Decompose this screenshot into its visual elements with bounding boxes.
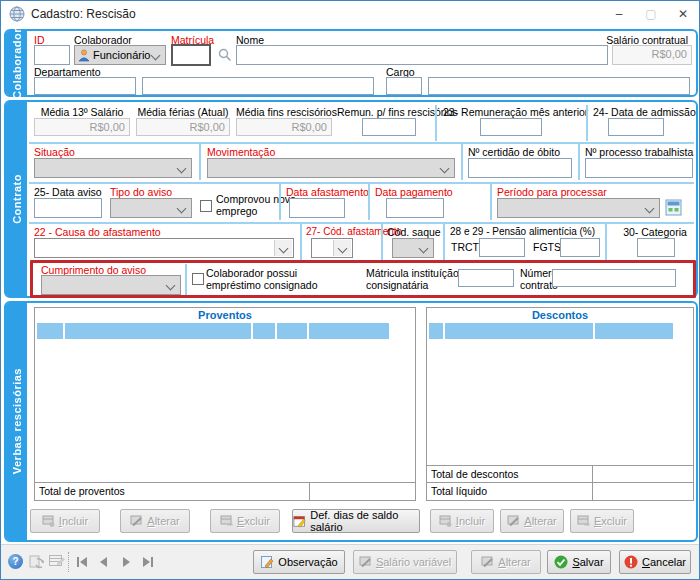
proventos-alterar-label: Alterar [147, 515, 179, 527]
note-pencil-icon [260, 555, 274, 569]
cod-saque-combo[interactable] [392, 238, 434, 258]
data-admissao-input[interactable] [608, 118, 664, 136]
titlebar: Cadastro: Rescisão – ▢ ✕ [1, 1, 699, 27]
data-afastamento-label: Data afastamento [286, 186, 369, 198]
nav-last-button[interactable] [139, 553, 157, 571]
periodo-processar-combo[interactable] [497, 198, 660, 218]
proventos-excluir-button: Excluir [210, 509, 280, 533]
departamento-nome-input[interactable] [142, 77, 374, 95]
observacao-button[interactable]: Observação [253, 550, 345, 574]
descontos-alterar-label: Alterar [524, 515, 556, 527]
matricula-input[interactable] [171, 44, 211, 66]
causa-afastamento-combo[interactable] [34, 238, 294, 258]
observacao-label: Observação [278, 556, 337, 568]
divider [586, 105, 588, 141]
edit-row-icon [481, 556, 494, 568]
cargo-codigo-input[interactable] [386, 77, 422, 95]
separator [68, 552, 69, 572]
data-afastamento-input[interactable] [289, 198, 345, 218]
cadastro-rescisao-window: Cadastro: Rescisão – ▢ ✕ Colaborador ID … [0, 0, 700, 580]
close-button[interactable]: ✕ [667, 1, 699, 27]
help-icon[interactable]: ? [8, 554, 23, 569]
document-refresh-icon[interactable] [28, 553, 45, 570]
form-grid-icon[interactable] [48, 553, 65, 570]
data-pagamento-input[interactable] [386, 198, 444, 218]
def-dias-saldo-button[interactable]: Def. dias de saldo salário [292, 509, 420, 533]
trct-label: TRCT [451, 241, 479, 253]
delete-row-icon [577, 515, 590, 527]
processo-trabalhista-input[interactable] [585, 158, 693, 178]
matricula-instituicao-input[interactable] [458, 269, 514, 287]
proventos-header-row [36, 323, 414, 339]
header-cell [65, 323, 251, 339]
emprestimo-consignado-checkbox[interactable] [192, 273, 204, 285]
fgts-label: FGTS [533, 241, 561, 253]
remuneracao-anterior-input[interactable] [480, 118, 542, 136]
fgts-input[interactable] [560, 238, 600, 257]
media13-value: R$0,00 [34, 118, 130, 136]
divider [368, 184, 370, 220]
tipo-aviso-combo[interactable] [110, 198, 192, 218]
next-record-icon [119, 555, 133, 569]
comprovou-emprego-checkbox[interactable] [200, 200, 212, 212]
nav-next-button[interactable] [117, 553, 135, 571]
proventos-incluir-label: Incluir [59, 515, 88, 527]
chevron-down-icon [338, 244, 348, 254]
minimize-button[interactable]: – [603, 1, 635, 27]
categoria-input[interactable] [637, 238, 675, 257]
media13-label: Média 13º Salário [34, 106, 130, 118]
departamento-codigo-input[interactable] [34, 77, 136, 95]
colaborador-tipo-combo[interactable]: Funcionário [74, 45, 166, 65]
magnifier-icon[interactable] [218, 48, 232, 62]
calendar-pencil-icon [293, 514, 306, 528]
salvar-button[interactable]: Salvar [547, 550, 611, 574]
maximize-button: ▢ [635, 1, 667, 27]
header-cell [277, 323, 307, 339]
def-dias-saldo-label: Def. dias de saldo salário [310, 509, 419, 533]
numero-contrato-input[interactable] [552, 269, 676, 287]
cumprimento-aviso-combo[interactable] [41, 275, 181, 295]
cancelar-button[interactable]: Cancelar [619, 550, 691, 574]
proventos-total-label: Total de proventos [39, 485, 125, 497]
nav-previous-button[interactable] [95, 553, 113, 571]
salario-variavel-label: Salário variável [376, 556, 451, 568]
trct-input[interactable] [479, 238, 525, 257]
descontos-excluir-button: Excluir [570, 509, 634, 533]
proventos-title: Proventos [35, 309, 415, 321]
nome-input[interactable] [236, 45, 608, 65]
cod-afastamento-combo[interactable] [311, 238, 353, 258]
contrato-tab-label: Contrato [11, 174, 23, 224]
remuneracao-anterior-label: 23- Remuneração mês anterior [443, 106, 588, 118]
divider [605, 224, 607, 260]
liquido-total-row: Total líquido [427, 482, 693, 500]
combo-button [333, 240, 351, 256]
last-record-icon [141, 555, 155, 569]
movimentacao-combo[interactable] [207, 158, 455, 178]
add-row-icon [42, 515, 55, 527]
descontos-title: Descontos [427, 309, 693, 321]
cargo-nome-input[interactable] [428, 77, 690, 95]
app-globe-icon [9, 6, 25, 22]
person-icon [78, 49, 90, 62]
delete-row-icon [220, 515, 233, 527]
certidao-obito-input[interactable] [468, 158, 572, 178]
nav-first-button[interactable] [73, 553, 91, 571]
remun-fins-input[interactable] [362, 118, 416, 136]
cod-saque-label: Cód. saque [387, 226, 441, 238]
id-input[interactable] [34, 45, 70, 65]
calendar-picker-icon[interactable] [665, 199, 682, 216]
chevron-down-icon [645, 204, 655, 214]
situacao-combo[interactable] [34, 158, 192, 178]
contrato-group: Contrato Média 13º Salário R$0,00 Média … [4, 100, 698, 298]
colaborador-tipo-value: Funcionário [93, 49, 150, 61]
proventos-total-row: Total de proventos [35, 482, 415, 500]
data-aviso-input[interactable] [34, 198, 102, 218]
edit-row-icon [359, 556, 372, 568]
descontos-header-row [428, 323, 692, 339]
contrato-tab: Contrato [6, 102, 27, 296]
edit-row-icon [507, 515, 520, 527]
chevron-down-icon [177, 204, 187, 214]
header-cell [309, 323, 389, 339]
descontos-incluir-label: Incluir [456, 515, 485, 527]
remun-fins-label: Remun. p/ fins rescisórios [337, 106, 458, 118]
